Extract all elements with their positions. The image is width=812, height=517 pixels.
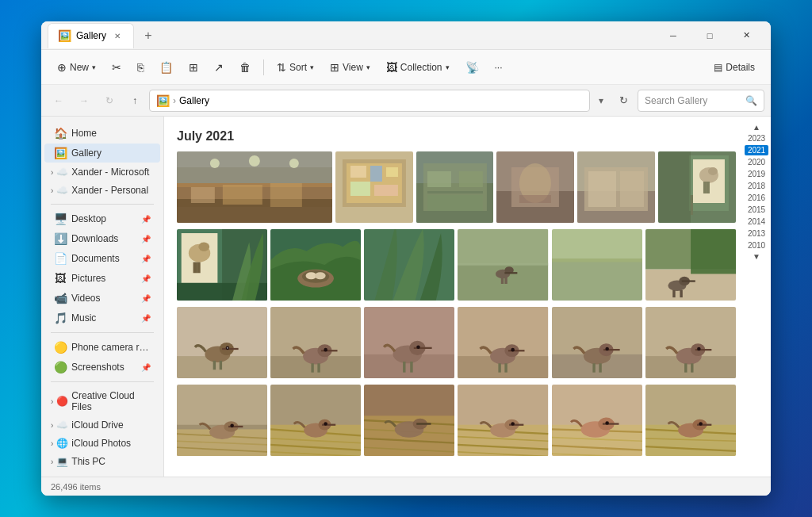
timeline-down-arrow[interactable]: ▼ xyxy=(753,252,760,261)
svg-rect-65 xyxy=(501,277,504,284)
file-explorer-window: 🖼️ Gallery ✕ + ─ □ ✕ ⊕ New ▾ ✂ ⎘ 📋 ⊞ xyxy=(41,21,771,496)
forward-button[interactable]: → xyxy=(73,90,95,112)
share-button[interactable]: ↗ xyxy=(208,55,230,80)
sort-button[interactable]: ⇅ Sort ▾ xyxy=(270,55,320,80)
sidebar-item-pictures[interactable]: 🖼 Pictures 📌 xyxy=(44,269,160,288)
photo-thumb[interactable] xyxy=(552,385,642,456)
photo-thumb[interactable] xyxy=(270,307,361,378)
this-pc-icon: 💻 xyxy=(56,456,68,467)
close-button[interactable]: ✕ xyxy=(728,21,764,50)
path-icon: 🖼️ xyxy=(156,94,170,107)
photo-thumb[interactable] xyxy=(270,229,361,301)
svg-rect-68 xyxy=(552,229,642,260)
photo-thumb[interactable] xyxy=(364,229,454,301)
svg-rect-77 xyxy=(672,290,675,297)
minimize-button[interactable]: ─ xyxy=(655,21,691,50)
year-timeline: ▲ 2023 2021 2020 2019 2018 2016 2015 201… xyxy=(742,117,771,477)
photo-thumb[interactable] xyxy=(177,385,267,456)
cast-button[interactable]: 📡 xyxy=(459,55,485,80)
photo-thumb[interactable] xyxy=(177,307,267,378)
new-button[interactable]: ⊕ New ▾ xyxy=(51,55,102,80)
year-2023[interactable]: 2023 xyxy=(746,133,767,144)
photo-thumb[interactable] xyxy=(335,151,413,223)
photo-thumb[interactable] xyxy=(177,229,267,301)
svg-rect-100 xyxy=(414,347,432,349)
photo-thumb[interactable] xyxy=(552,229,642,301)
copy-button[interactable]: ⎘ xyxy=(131,55,150,80)
photo-thumb[interactable] xyxy=(458,307,548,378)
svg-point-48 xyxy=(198,242,209,251)
rename-button[interactable]: ⊞ xyxy=(182,55,205,80)
maximize-button[interactable]: □ xyxy=(691,21,728,50)
photo-thumb[interactable] xyxy=(645,385,736,456)
sidebar-item-downloads[interactable]: ⬇️ Downloads 📌 xyxy=(44,229,160,248)
tab-title: Gallery xyxy=(76,30,106,41)
sidebar-expand-xander-ms[interactable]: › ☁️ Xander - Microsoft xyxy=(44,163,160,181)
photo-thumb[interactable] xyxy=(658,151,736,223)
photo-thumb[interactable] xyxy=(552,307,642,378)
year-2021[interactable]: 2021 xyxy=(745,145,768,155)
svg-rect-175 xyxy=(603,423,619,424)
search-box[interactable]: Search Gallery 🔍 xyxy=(638,90,764,112)
sidebar-expand-icloud-photos[interactable]: › 🌐 iCloud Photos xyxy=(44,435,160,452)
year-2014[interactable]: 2014 xyxy=(746,216,767,227)
address-dropdown-button[interactable]: ▾ xyxy=(593,90,609,112)
year-2019[interactable]: 2019 xyxy=(746,169,767,179)
photo-thumb[interactable] xyxy=(458,229,548,301)
photo-thumb[interactable] xyxy=(364,385,454,456)
new-tab-button[interactable]: + xyxy=(137,25,159,47)
view-button[interactable]: ⊞ View ▾ xyxy=(324,55,377,80)
sidebar-expand-this-pc[interactable]: › 💻 This PC xyxy=(44,453,160,470)
year-2013[interactable]: 2013 xyxy=(746,228,767,239)
photo-thumb[interactable] xyxy=(416,151,494,223)
sidebar-expand-xander-personal[interactable]: › ☁️ Xander - Personal xyxy=(44,182,160,199)
recent-button[interactable]: ↻ xyxy=(98,90,121,112)
gallery-tab[interactable]: 🖼️ Gallery ✕ xyxy=(48,23,134,48)
photo-thumb[interactable] xyxy=(270,385,361,456)
svg-rect-23 xyxy=(458,171,482,187)
svg-rect-5 xyxy=(223,185,262,205)
sidebar-item-home[interactable]: 🏠 Home xyxy=(44,124,160,143)
delete-button[interactable]: 🗑 xyxy=(233,55,257,80)
cut-icon: ✂ xyxy=(112,61,121,74)
creative-cloud-label: Creative Cloud Files xyxy=(71,390,154,412)
sidebar-item-desktop[interactable]: 🖥️ Desktop 📌 xyxy=(44,209,160,228)
svg-rect-50 xyxy=(197,262,201,274)
sidebar-item-gallery[interactable]: 🖼️ Gallery xyxy=(44,144,160,163)
sidebar-item-phone-camera[interactable]: 🟡 Phone camera rc… xyxy=(44,338,160,357)
svg-rect-83 xyxy=(222,348,239,350)
titlebar: 🖼️ Gallery ✕ + ─ □ ✕ xyxy=(41,21,771,50)
year-2015[interactable]: 2015 xyxy=(746,205,767,215)
sidebar-item-documents[interactable]: 📄 Documents 📌 xyxy=(44,249,160,268)
more-button[interactable]: ··· xyxy=(488,55,509,80)
tab-close-button[interactable]: ✕ xyxy=(111,29,124,42)
address-path[interactable]: 🖼️ › Gallery xyxy=(149,90,590,112)
sidebar-expand-icloud-drive[interactable]: › ☁️ iCloud Drive xyxy=(44,416,160,434)
collection-button[interactable]: 🖼 Collection ▾ xyxy=(380,55,456,80)
svg-rect-34 xyxy=(588,171,616,207)
back-button[interactable]: ← xyxy=(48,90,70,112)
photo-thumb[interactable] xyxy=(645,307,736,378)
svg-rect-60 xyxy=(458,229,548,265)
sidebar-item-videos[interactable]: 📹 Videos 📌 xyxy=(44,289,160,308)
photo-thumb[interactable] xyxy=(645,229,736,301)
refresh-button[interactable]: ↻ xyxy=(612,90,634,112)
new-chevron: ▾ xyxy=(92,63,96,71)
year-2016[interactable]: 2016 xyxy=(746,193,767,203)
sidebar-item-screenshots[interactable]: 🟢 Screenshots 📌 xyxy=(44,358,160,377)
timeline-up-arrow[interactable]: ▲ xyxy=(753,123,760,132)
details-button[interactable]: ▤ Details xyxy=(707,59,761,76)
cut-button[interactable]: ✂ xyxy=(105,55,128,80)
year-2010[interactable]: 2010 xyxy=(746,240,767,251)
paste-button[interactable]: 📋 xyxy=(153,55,179,80)
photo-thumb[interactable] xyxy=(364,307,454,378)
photo-thumb[interactable] xyxy=(496,151,574,223)
year-2018[interactable]: 2018 xyxy=(746,181,767,191)
photo-thumb[interactable] xyxy=(177,151,332,223)
year-2020[interactable]: 2020 xyxy=(746,157,767,167)
photo-thumb[interactable] xyxy=(458,385,548,456)
sidebar-item-music[interactable]: 🎵 Music 📌 xyxy=(44,308,160,327)
photo-thumb[interactable] xyxy=(577,151,655,223)
up-button[interactable]: ↑ xyxy=(124,90,146,112)
sidebar-expand-creative-cloud[interactable]: › 🔴 Creative Cloud Files xyxy=(44,387,160,416)
